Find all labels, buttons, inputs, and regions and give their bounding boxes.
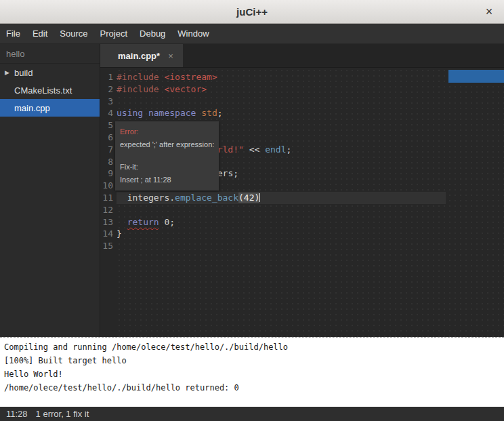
line-number: 6 xyxy=(100,132,113,144)
code-token xyxy=(143,108,148,118)
code-line-12[interactable] xyxy=(117,204,504,216)
menu-item-project[interactable]: Project xyxy=(94,24,133,43)
menu-item-window[interactable]: Window xyxy=(171,24,215,43)
diagnostic-tooltip: Error: expected ';' after expression: Fi… xyxy=(115,121,219,191)
line-number: 11 xyxy=(100,192,113,204)
file-tree-item-main-cpp[interactable]: main.cpp xyxy=(0,99,100,117)
code-token: namespace xyxy=(148,108,196,118)
code-token: <vector> xyxy=(164,84,207,94)
tooltip-spacer xyxy=(120,151,214,161)
line-number: 8 xyxy=(100,156,113,168)
tooltip-error-label: Error: xyxy=(120,125,214,138)
menubar: FileEditSourceProjectDebugWindow xyxy=(0,24,504,44)
line-number-gutter: 123456789101112131415 xyxy=(100,68,117,337)
code-token: ; xyxy=(217,108,223,118)
output-line: [100%] Built target hello xyxy=(4,354,500,367)
line-number: 2 xyxy=(100,83,113,96)
editor-column: main.cpp* × 123456789101112131415 #inclu… xyxy=(100,44,504,337)
code-line-14[interactable]: } xyxy=(117,228,504,240)
code-token: std xyxy=(201,108,217,118)
code-area[interactable]: #include <iostream>#include <vector>usin… xyxy=(117,68,504,337)
app-window: juCi++ × FileEditSourceProjectDebugWindo… xyxy=(0,0,504,421)
line-number: 3 xyxy=(100,96,113,108)
tab-label: main.cpp* xyxy=(118,51,160,61)
code-token: <iostream> xyxy=(164,72,217,82)
code-token: using xyxy=(117,108,143,118)
menu-item-source[interactable]: Source xyxy=(54,24,93,43)
file-tree: ▶buildCMakeLists.txtmain.cpp xyxy=(0,64,100,117)
menu-item-file[interactable]: File xyxy=(0,24,26,43)
line-number: 5 xyxy=(100,119,113,132)
file-tree-item-build[interactable]: ▶build xyxy=(0,64,100,81)
menu-item-debug[interactable]: Debug xyxy=(133,24,171,43)
tooltip-error-message: expected ';' after expression: xyxy=(120,138,214,151)
code-token: 0; xyxy=(159,217,175,227)
line-number: 1 xyxy=(100,71,113,83)
code-token xyxy=(117,217,127,227)
code-token: #include xyxy=(117,84,159,94)
tooltip-fixit-message: Insert ; at 11:28 xyxy=(120,174,214,186)
code-token: (42) xyxy=(238,193,259,203)
line-number: 7 xyxy=(100,144,113,156)
code-line-11[interactable]: integers.emplace_back(42) xyxy=(117,192,504,204)
output-line: Compiling and running /home/olece/test/h… xyxy=(4,340,500,354)
line-number: 9 xyxy=(100,167,113,180)
line-number: 15 xyxy=(100,240,113,252)
file-name: main.cpp xyxy=(14,103,50,113)
output-line: Hello World! xyxy=(4,367,500,381)
file-name: CMakeLists.txt xyxy=(14,85,72,96)
line-number: 13 xyxy=(100,216,113,228)
line-number: 4 xyxy=(100,107,113,119)
code-token: return xyxy=(127,217,159,227)
file-tree-item-cmakelists-txt[interactable]: CMakeLists.txt xyxy=(0,81,100,99)
text-caret xyxy=(259,193,260,202)
code-line-1[interactable]: #include <iostream> xyxy=(117,71,504,83)
tooltip-fixit-label: Fix-it: xyxy=(120,161,214,174)
code-token: emplace_back xyxy=(175,193,238,203)
diagnostic-summary: 1 error, 1 fix it xyxy=(36,409,89,419)
window-close-button[interactable]: × xyxy=(481,3,497,20)
file-name: build xyxy=(14,68,33,78)
code-editor[interactable]: 123456789101112131415 #include <iostream… xyxy=(100,68,504,337)
tab-main-cpp[interactable]: main.cpp* × xyxy=(100,44,183,67)
cursor-position: 11:28 xyxy=(6,409,28,419)
tabbar: main.cpp* × xyxy=(100,44,504,68)
code-token: endl xyxy=(265,144,286,155)
line-number: 10 xyxy=(100,180,113,192)
code-line-4[interactable]: using namespace std; xyxy=(117,107,504,119)
main-area: hello ▶buildCMakeLists.txtmain.cpp main.… xyxy=(0,44,504,337)
output-line: /home/olece/test/hello/./build/hello ret… xyxy=(4,381,500,395)
code-token: } xyxy=(117,228,122,239)
window-title: juCi++ xyxy=(236,6,268,18)
line-number: 12 xyxy=(100,204,113,216)
code-token: << xyxy=(244,144,265,155)
code-line-3[interactable] xyxy=(117,96,504,108)
line-number: 14 xyxy=(100,228,113,240)
code-line-13[interactable]: return 0; xyxy=(117,216,504,228)
code-token: #include xyxy=(117,72,159,82)
code-line-2[interactable]: #include <vector> xyxy=(117,83,504,96)
file-sidebar: hello ▶buildCMakeLists.txtmain.cpp xyxy=(0,44,100,337)
statusbar: 11:28 1 error, 1 fix it xyxy=(0,407,504,421)
output-terminal[interactable]: Compiling and running /home/olece/test/h… xyxy=(0,337,504,407)
titlebar: juCi++ × xyxy=(0,0,504,24)
expander-icon[interactable]: ▶ xyxy=(5,69,14,76)
code-token: integers. xyxy=(117,193,175,203)
code-token: ; xyxy=(286,144,291,155)
menu-item-edit[interactable]: Edit xyxy=(26,24,54,43)
code-line-15[interactable] xyxy=(117,240,504,252)
tab-close-icon[interactable]: × xyxy=(168,51,173,61)
scrollbar-thumb[interactable] xyxy=(448,70,504,83)
project-name: hello xyxy=(0,44,100,64)
